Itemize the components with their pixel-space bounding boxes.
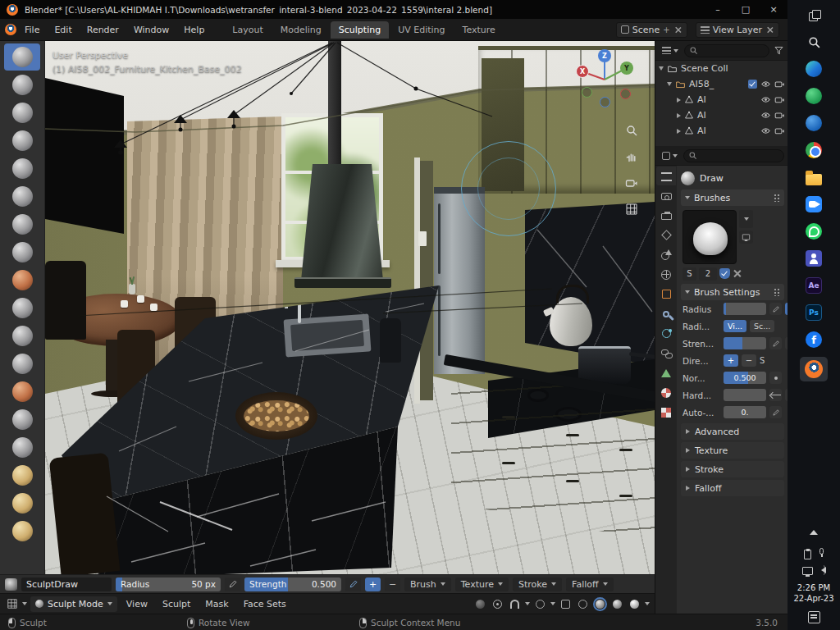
strength-slider[interactable]: Strength 0.500 (244, 578, 341, 591)
tab-layout[interactable]: Layout (224, 21, 271, 39)
menu-help[interactable]: Help (177, 22, 211, 38)
zoom-tool-icon[interactable] (621, 120, 642, 141)
overlays-icon[interactable] (533, 597, 547, 611)
expand-icon[interactable] (667, 82, 672, 86)
teams-icon[interactable] (804, 249, 824, 268)
brush-elastic[interactable] (4, 434, 40, 461)
falloff-sphere-icon[interactable] (473, 597, 487, 611)
autosmooth-slider[interactable]: 0. (724, 406, 766, 418)
proportional-editing-icon[interactable] (491, 597, 504, 611)
tab-physics[interactable] (656, 324, 676, 343)
minimize-button[interactable]: – (704, 0, 732, 19)
radius-unit-view-button[interactable]: Vi... (724, 320, 746, 332)
scene-unlink-icon[interactable] (674, 26, 682, 34)
green-app-icon[interactable] (804, 86, 824, 106)
menu-sculpt[interactable]: Sculpt (157, 596, 196, 612)
direction-subtract-button[interactable]: − (742, 354, 756, 367)
blue-app-icon[interactable] (804, 113, 824, 133)
animate-icon[interactable] (769, 372, 782, 384)
outliner-editor-type[interactable] (660, 45, 681, 56)
brush-settings-panel-header[interactable]: Brush Settings (681, 284, 784, 300)
view-layer-selector[interactable]: View Layer (696, 22, 779, 38)
tab-output[interactable] (656, 206, 676, 225)
chevron-down-icon[interactable] (22, 602, 27, 605)
photoshop-icon[interactable]: Ps (804, 303, 824, 322)
camera-app-icon[interactable] (804, 194, 824, 214)
brush-dropdown[interactable]: Brush (404, 578, 451, 591)
brush-inflate[interactable] (4, 183, 40, 210)
gizmo-z-axis[interactable]: Z (598, 49, 611, 62)
texture-dropdown[interactable]: Texture (455, 578, 509, 591)
outliner-row-object[interactable]: AI (655, 123, 788, 139)
tab-modeling[interactable]: Modeling (272, 21, 330, 39)
filter-funnel-icon[interactable] (773, 43, 784, 57)
overlays-dropdown-chevron[interactable] (550, 602, 555, 605)
blender-taskbar-icon[interactable] (800, 357, 828, 381)
taskbar-clock[interactable]: 2:26 PM 22-Apr-23 (793, 582, 833, 604)
task-view-icon[interactable] (804, 5, 824, 25)
edge-icon[interactable] (804, 59, 824, 79)
strength-prop-slider[interactable] (724, 337, 766, 349)
after-effects-icon[interactable]: Ae (804, 276, 824, 295)
strength-pressure-icon[interactable] (345, 578, 361, 591)
brush-pinch[interactable] (4, 378, 40, 405)
pressure-pen-icon[interactable] (769, 337, 782, 349)
tab-view-layer[interactable] (656, 226, 676, 244)
tab-object-data[interactable] (656, 363, 676, 382)
brush-clay-strips[interactable] (4, 127, 40, 154)
navigation-gizmo[interactable]: Z Y X (574, 49, 635, 110)
collection-checkbox[interactable] (748, 80, 757, 89)
brush-pose[interactable] (4, 518, 40, 545)
hide-eye-icon[interactable] (760, 79, 771, 89)
maximize-button[interactable]: □ (732, 0, 760, 19)
radius-prop-slider[interactable] (724, 303, 766, 315)
menu-file[interactable]: File (18, 22, 46, 38)
expand-icon[interactable] (677, 129, 681, 134)
chevron-up-icon[interactable] (804, 523, 824, 542)
menu-view[interactable]: View (121, 596, 153, 612)
camera-view-icon[interactable] (621, 172, 642, 194)
editor-type-icon[interactable] (5, 597, 19, 611)
brush-scrape[interactable] (4, 350, 40, 377)
tab-object[interactable] (656, 285, 676, 304)
user-count-field[interactable]: 2 (699, 267, 717, 281)
shading-solid-icon[interactable] (593, 597, 607, 611)
tab-sculpting[interactable]: Sculpting (331, 21, 389, 39)
tab-world[interactable] (656, 265, 676, 284)
swap-arrows-icon[interactable] (769, 389, 782, 401)
tab-render[interactable] (656, 186, 676, 205)
expand-icon[interactable] (677, 98, 681, 103)
properties-editor-type[interactable] (660, 150, 680, 162)
radius-slider[interactable]: Radius 50 px (116, 578, 221, 591)
brush-crease[interactable] (4, 239, 40, 266)
gizmo-x-negative[interactable] (620, 89, 631, 99)
whatsapp-icon[interactable] (804, 221, 824, 241)
outliner-row-object[interactable]: AI (655, 107, 788, 123)
normal-radius-slider[interactable]: 0.500 (724, 372, 766, 384)
blender-menu-icon[interactable] (5, 24, 16, 35)
tab-modifiers[interactable] (656, 304, 676, 323)
facebook-icon[interactable]: f (804, 330, 824, 349)
menu-render[interactable]: Render (80, 22, 126, 38)
gizmo-z-negative[interactable] (600, 97, 610, 107)
tab-material[interactable] (656, 383, 676, 402)
unlink-icon[interactable] (733, 269, 742, 278)
brush-draw-sharp[interactable] (4, 71, 40, 98)
brush-preview-icon[interactable] (5, 578, 17, 591)
pressure-pen-icon[interactable] (769, 303, 782, 315)
ortho-grid-icon[interactable] (621, 199, 642, 220)
speaker-icon[interactable] (821, 567, 826, 573)
tab-scene[interactable] (656, 245, 676, 264)
menu-window[interactable]: Window (127, 22, 176, 38)
brush-flatten[interactable] (4, 294, 40, 322)
pressure-pen-icon[interactable] (769, 406, 782, 418)
radius-unit-scene-button[interactable]: Sc... (750, 320, 774, 332)
render-camera-icon[interactable] (774, 110, 785, 121)
brush-layer[interactable] (4, 155, 40, 182)
clipboard-icon[interactable] (804, 550, 811, 559)
hide-eye-icon[interactable] (760, 94, 771, 105)
render-camera-icon[interactable] (774, 79, 785, 89)
falloff-dropdown[interactable]: Falloff (566, 578, 613, 591)
menu-edit[interactable]: Edit (48, 22, 78, 38)
brush-thumbnail[interactable] (682, 210, 737, 264)
